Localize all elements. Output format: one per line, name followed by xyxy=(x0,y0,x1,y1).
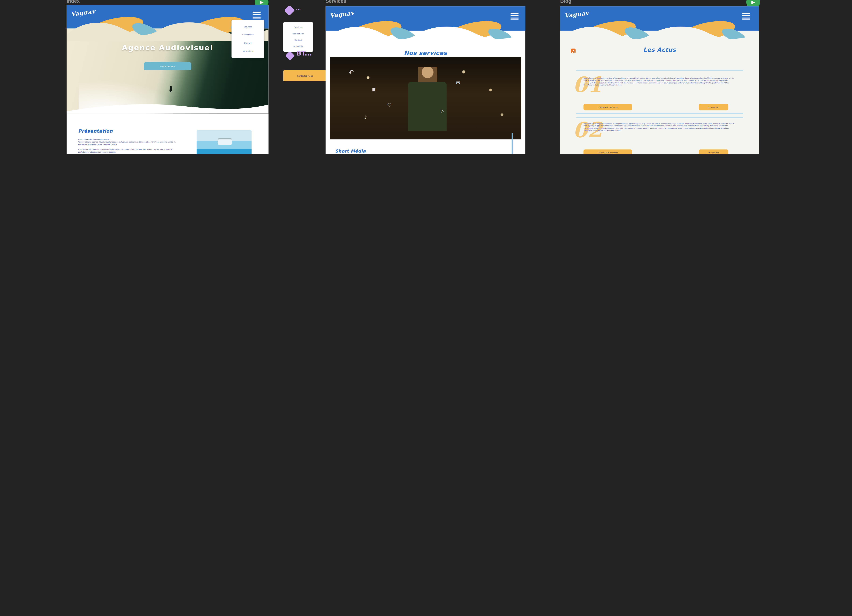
arrow-doodle-icon: ↶ xyxy=(348,68,355,77)
figma-component-icon xyxy=(286,52,295,60)
hero-section: Vaguav Services Réalisations Contact Act… xyxy=(66,5,269,114)
frame-services: Vaguav Nos services ↶ ▣ ♡ ♪ ▷ ✉ Short Mé… xyxy=(326,6,525,154)
article-more-button[interactable]: En savoir plus xyxy=(699,104,728,110)
menu-item-contact[interactable]: Contact xyxy=(283,39,313,41)
divider xyxy=(576,70,743,71)
divider xyxy=(576,113,743,114)
face xyxy=(418,67,437,82)
presentation-paragraph: Nous aidons les marques, artistes et ent… xyxy=(78,149,181,154)
hero-photo-man-phone: ↶ ▣ ♡ ♪ ▷ ✉ xyxy=(330,57,521,139)
article-date-button[interactable]: Le 26/03/2025 By Sensea xyxy=(583,104,632,110)
play-icon: ▶ xyxy=(751,0,755,5)
boat xyxy=(218,139,232,145)
menu-item-services[interactable]: Services xyxy=(283,26,313,29)
photo-ocean-boat xyxy=(196,130,252,154)
article-text: Lorem Ipsum is simply dummy text of the … xyxy=(583,77,738,87)
frame-label-services: Services xyxy=(326,0,346,4)
hamburger-menu-icon[interactable] xyxy=(511,13,518,20)
presentation-paragraph: Nous créons des images qui marquent. Vag… xyxy=(78,139,181,146)
short-media-title: Short Média xyxy=(335,149,366,154)
component-name-bt: BT... xyxy=(296,50,312,57)
frame-label-blog: Blog xyxy=(560,0,571,4)
frame-blog: Vaguav Les Actus 01 Lorem Ipsum is simpl… xyxy=(560,6,759,154)
presentation-title: Présentation xyxy=(78,128,113,134)
nav-item-realisations[interactable]: Réalisations xyxy=(231,34,264,36)
hero-contact-button[interactable]: Contactez-nous xyxy=(144,62,191,70)
accent-line xyxy=(512,133,512,154)
nav-dropdown: Services Réalisations Contact Actualités xyxy=(231,20,264,58)
camera-doodle-icon: ▣ xyxy=(372,87,376,92)
hero-title: Agence Audiovisuel xyxy=(66,43,269,52)
component-contact-button[interactable]: Contactez-nous xyxy=(283,70,327,81)
article-date-button[interactable]: Le 26/03/2025 By Sensea xyxy=(583,149,632,154)
presentation-text: Nous créons des images qui marquent. Vag… xyxy=(78,139,181,154)
menu-item-actualites[interactable]: Actualités xyxy=(283,45,313,48)
blog-title: Les Actus xyxy=(560,47,759,53)
component-nav-menu: Services Réalisations Contact Actualités xyxy=(283,22,313,52)
body xyxy=(408,82,447,131)
frame-label-index: Index xyxy=(66,0,80,4)
mail-doodle-icon: ✉ xyxy=(456,80,460,85)
figma-component-icon xyxy=(285,6,295,15)
play-doodle-icon: ▷ xyxy=(441,108,444,113)
menu-item-realisations[interactable]: Réalisations xyxy=(283,33,313,35)
play-icon: ▶ xyxy=(260,0,263,5)
hamburger-menu-icon[interactable] xyxy=(742,13,750,20)
frame-index: Vaguav Services Réalisations Contact Act… xyxy=(66,5,269,154)
services-title: Nos services xyxy=(326,50,525,57)
hero-bottom-curve xyxy=(66,102,269,114)
figma-canvas: Index Services Blog Contact ▶ ▶ Vaguav xyxy=(0,0,852,154)
header-wave xyxy=(326,21,525,45)
hamburger-menu-icon[interactable] xyxy=(253,12,261,18)
component-name-dots: ... xyxy=(296,6,301,11)
header-wave xyxy=(560,21,759,45)
music-doodle-icon: ♪ xyxy=(364,115,367,120)
heart-doodle-icon: ♡ xyxy=(387,102,391,108)
article-more-button[interactable]: En savoir plus xyxy=(699,149,728,154)
article-text: Lorem Ipsum is simply dummy text of the … xyxy=(583,123,738,132)
nav-item-services[interactable]: Services xyxy=(231,26,264,28)
